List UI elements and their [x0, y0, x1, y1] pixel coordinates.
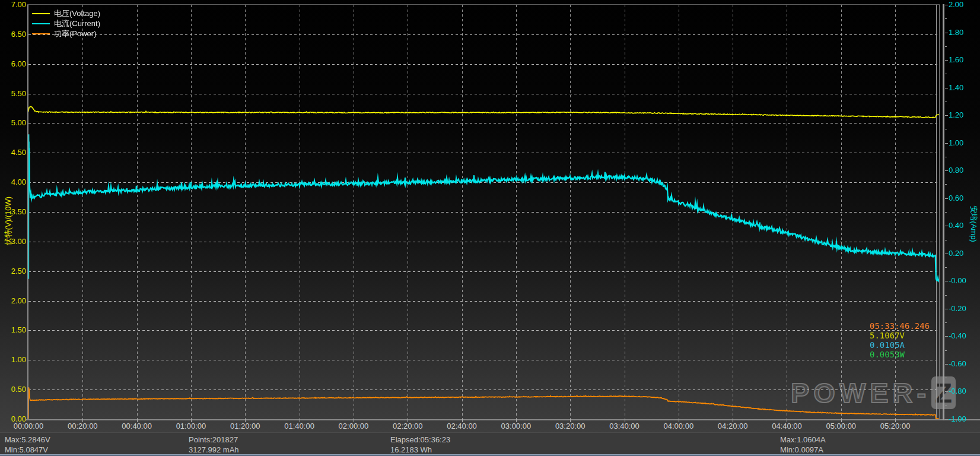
- x-tick-label: 02:20:00: [387, 422, 428, 430]
- y-right-major-tick: [945, 60, 948, 61]
- y-right-minor-tick: [945, 184, 947, 185]
- cursor-current: 0.0105A: [870, 340, 930, 350]
- y-right-minor-tick: [945, 157, 947, 157]
- x-minor-tick: [743, 419, 744, 420]
- x-minor-tick: [852, 419, 852, 420]
- x-major-tick: [570, 419, 571, 422]
- x-minor-tick: [440, 419, 441, 420]
- x-minor-tick: [202, 419, 202, 420]
- x-minor-tick: [505, 419, 506, 420]
- y-right-tick-label: 0.60: [949, 194, 963, 202]
- x-minor-tick: [212, 419, 213, 420]
- y-right-tick-label: -0.00: [949, 277, 966, 285]
- x-major-tick: [245, 419, 246, 422]
- y-left-axis-title: 伏特(V)/(10W): [3, 179, 14, 262]
- x-minor-tick: [180, 419, 181, 420]
- legend: 电压(Voltage)电流(Current)功率(Power): [32, 8, 100, 39]
- x-minor-tick: [267, 419, 268, 420]
- x-minor-tick: [224, 419, 224, 420]
- y-right-tick-label: 1.60: [949, 56, 963, 64]
- x-minor-tick: [256, 419, 257, 420]
- y-right-major-tick: [945, 33, 948, 33]
- x-minor-tick: [386, 419, 387, 420]
- status-bar: Max:5.2846V Min:5.0847V Points:201827 31…: [0, 432, 980, 456]
- x-tick-label: 03:20:00: [549, 422, 591, 430]
- x-minor-tick: [711, 419, 712, 420]
- x-minor-tick: [473, 419, 473, 420]
- x-minor-tick: [689, 419, 690, 420]
- y-right-minor-tick: [945, 378, 947, 378]
- x-minor-tick: [657, 419, 657, 420]
- x-minor-tick: [819, 419, 820, 420]
- y-right-major-tick: [945, 419, 948, 420]
- x-major-tick: [462, 419, 463, 422]
- x-minor-tick: [722, 419, 723, 420]
- y-right-major-tick: [945, 170, 948, 171]
- x-minor-tick: [115, 419, 116, 420]
- y-right-major-tick: [945, 364, 948, 365]
- x-minor-tick: [278, 419, 278, 420]
- x-minor-tick: [148, 419, 148, 420]
- x-minor-tick: [234, 419, 235, 420]
- legend-item[interactable]: 电流(Current): [32, 18, 100, 28]
- x-tick-label: 00:20:00: [62, 422, 103, 430]
- x-minor-tick: [700, 419, 701, 420]
- x-minor-tick: [906, 419, 906, 420]
- y-left-tick-label: 2.50: [0, 267, 26, 276]
- x-minor-tick: [72, 419, 72, 420]
- x-major-tick: [895, 419, 896, 422]
- x-tick-label: 02:40:00: [441, 422, 483, 430]
- x-minor-tick: [603, 419, 603, 420]
- x-tick-label: 05:20:00: [874, 422, 916, 430]
- plot-border-top: [27, 4, 940, 5]
- x-minor-tick: [798, 419, 798, 420]
- x-tick-label: 00:00:00: [8, 422, 49, 430]
- legend-line-sample: [32, 13, 50, 14]
- cursor-time: 05:33:46.246: [870, 321, 930, 331]
- y-right-axis-title: 安培(Amp): [968, 182, 979, 265]
- x-minor-tick: [559, 419, 560, 420]
- y-right-tick-label: 0.80: [949, 166, 963, 175]
- status-voltage-min: Min:5.0847V: [5, 445, 48, 454]
- x-minor-tick: [809, 419, 809, 420]
- x-major-tick: [408, 419, 408, 422]
- legend-item[interactable]: 功率(Power): [32, 28, 100, 39]
- y-right-minor-tick: [945, 46, 947, 47]
- x-major-tick: [137, 419, 138, 422]
- y-right-minor-tick: [945, 240, 947, 240]
- y-right-major-tick: [945, 281, 948, 281]
- y-right-major-tick: [945, 309, 948, 309]
- y-right-tick-label: 0.40: [949, 221, 963, 230]
- x-tick-label: 05:00:00: [820, 422, 862, 430]
- x-tick-label: 02:00:00: [333, 422, 374, 430]
- x-minor-tick: [50, 419, 51, 420]
- cursor-power: 0.0053W: [870, 350, 930, 359]
- cursor-voltage: 5.1067V: [870, 331, 930, 340]
- legend-item[interactable]: 电压(Voltage): [32, 8, 100, 18]
- x-major-tick: [82, 419, 83, 422]
- x-major-tick: [679, 419, 679, 422]
- x-minor-tick: [755, 419, 755, 420]
- x-tick-label: 03:00:00: [495, 422, 537, 430]
- x-minor-tick: [451, 419, 451, 420]
- y-right-tick-label: 1.80: [949, 28, 963, 37]
- cursor-readout: 05:33:46.246 5.1067V 0.0105A 0.0053W: [870, 321, 930, 359]
- x-minor-tick: [668, 419, 669, 420]
- x-major-tick: [354, 419, 354, 422]
- y-right-tick-label: 1.40: [949, 84, 963, 92]
- x-minor-tick: [917, 419, 918, 420]
- y-right-minor-tick: [945, 350, 947, 351]
- chart-region: POWER-Z 电压(Voltage)电流(Current)功率(Power) …: [0, 0, 980, 432]
- plot-border-right: [939, 5, 940, 419]
- x-minor-tick: [288, 419, 289, 420]
- y-left-tick-label: 5.00: [0, 119, 26, 127]
- y-left-tick-label: 7.00: [0, 1, 26, 9]
- plot-canvas[interactable]: [28, 5, 940, 419]
- x-minor-tick: [863, 419, 863, 420]
- y-right-major-tick: [945, 391, 948, 392]
- x-tick-label: 03:40:00: [604, 422, 645, 430]
- x-tick-label: 04:40:00: [766, 422, 807, 430]
- x-minor-tick: [592, 419, 593, 420]
- x-minor-tick: [94, 419, 94, 420]
- y-right-minor-tick: [945, 74, 947, 74]
